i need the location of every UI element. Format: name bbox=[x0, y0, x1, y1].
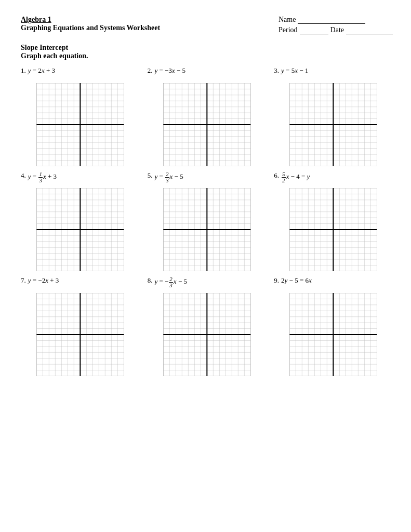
graph-svg-4 bbox=[21, 188, 140, 271]
equation-label-1: 1. y = 2x + 3 bbox=[21, 66, 140, 81]
equation-label-2: 2. y = −3x − 5 bbox=[148, 66, 267, 81]
graph-svg-3 bbox=[274, 83, 393, 166]
eq-text-3: y = 5x − 1 bbox=[281, 66, 308, 75]
graph-item-1: 1. y = 2x + 3 bbox=[21, 66, 140, 166]
equation-label-8: 8. y = −23x − 5 bbox=[148, 276, 267, 291]
eq-num-6: 6. bbox=[274, 171, 279, 180]
eq-text-2: y = −3x − 5 bbox=[154, 66, 185, 75]
equation-label-4: 4. y = 13x + 3 bbox=[21, 171, 140, 186]
equation-label-7: 7. y = −2x + 3 bbox=[21, 276, 140, 291]
period-field[interactable] bbox=[300, 26, 328, 34]
page: Algebra 1 Graphing Equations and Systems… bbox=[0, 0, 411, 397]
graph-item-6: 6. 52x − 4 = y bbox=[274, 171, 393, 271]
graph-item-9: 9. 2y − 5 = 6x bbox=[274, 276, 393, 376]
graph-item-7: 7. y = −2x + 3 bbox=[21, 276, 140, 376]
eq-num-4: 4. bbox=[21, 171, 26, 180]
eq-num-1: 1. bbox=[21, 66, 26, 75]
graph-svg-1 bbox=[21, 83, 140, 166]
eq-num-7: 7. bbox=[21, 276, 26, 285]
graph-svg-2 bbox=[148, 83, 267, 166]
graph-item-3: 3. y = 5x − 1 bbox=[274, 66, 393, 166]
period-label: Period bbox=[279, 26, 298, 34]
name-label: Name bbox=[279, 16, 296, 24]
eq-text-9: 2y − 5 = 6x bbox=[281, 276, 312, 285]
equation-label-3: 3. y = 5x − 1 bbox=[274, 66, 393, 81]
eq-text-1: y = 2x + 3 bbox=[28, 66, 55, 75]
eq-num-9: 9. bbox=[274, 276, 279, 285]
name-line: Name bbox=[279, 16, 393, 24]
section-instruction: Graph each equation. bbox=[21, 52, 393, 60]
date-label: Date bbox=[330, 26, 344, 34]
eq-text-7: y = −2x + 3 bbox=[28, 276, 59, 285]
graph-svg-9 bbox=[274, 293, 393, 376]
worksheet-subtitle: Graphing Equations and Systems Worksheet bbox=[21, 24, 160, 32]
header: Algebra 1 Graphing Equations and Systems… bbox=[21, 16, 393, 34]
worksheet-title: Algebra 1 bbox=[21, 16, 160, 24]
equation-label-9: 9. 2y − 5 = 6x bbox=[274, 276, 393, 291]
date-field[interactable] bbox=[346, 26, 393, 34]
section-header: Slope Intercept Graph each equation. bbox=[21, 44, 393, 60]
section-title: Slope Intercept bbox=[21, 44, 393, 52]
equation-label-6: 6. 52x − 4 = y bbox=[274, 171, 393, 186]
graphs-grid: 1. y = 2x + 3 2. y = −3x − 5 bbox=[21, 66, 393, 376]
graph-item-2: 2. y = −3x − 5 bbox=[148, 66, 267, 166]
eq-text-6: 52x − 4 = y bbox=[281, 171, 310, 183]
eq-text-5: y = 23x − 5 bbox=[154, 171, 183, 183]
graph-item-8: 8. y = −23x − 5 bbox=[148, 276, 267, 376]
period-date-line: Period Date bbox=[279, 26, 393, 34]
graph-item-4: 4. y = 13x + 3 bbox=[21, 171, 140, 271]
header-right: Name Period Date bbox=[279, 16, 393, 34]
graph-svg-8 bbox=[148, 293, 267, 376]
eq-text-4: y = 13x + 3 bbox=[28, 171, 57, 183]
header-left: Algebra 1 Graphing Equations and Systems… bbox=[21, 16, 160, 34]
name-field[interactable] bbox=[298, 16, 365, 24]
eq-text-8: y = −23x − 5 bbox=[154, 276, 187, 288]
graph-svg-5 bbox=[148, 188, 267, 271]
eq-num-8: 8. bbox=[148, 276, 153, 285]
eq-num-2: 2. bbox=[148, 66, 153, 75]
graph-svg-6 bbox=[274, 188, 393, 271]
eq-num-5: 5. bbox=[148, 171, 153, 180]
eq-num-3: 3. bbox=[274, 66, 279, 75]
equation-label-5: 5. y = 23x − 5 bbox=[148, 171, 267, 186]
graph-svg-7 bbox=[21, 293, 140, 376]
graph-item-5: 5. y = 23x − 5 bbox=[148, 171, 267, 271]
